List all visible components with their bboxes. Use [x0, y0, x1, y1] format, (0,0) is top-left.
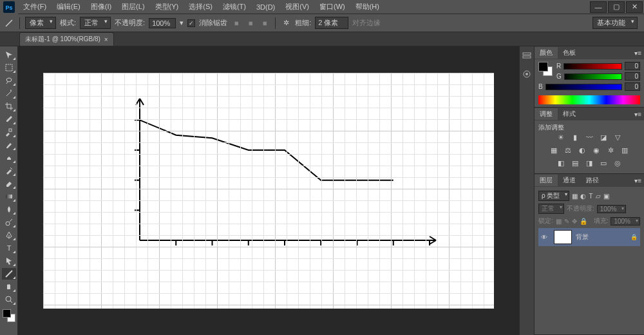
r-value[interactable]: 0 — [625, 62, 640, 70]
curves-icon[interactable]: 〰 — [584, 132, 594, 142]
menu-layer[interactable]: 图层(L) — [117, 0, 149, 14]
lock-transparent-icon[interactable]: ▦ — [556, 218, 562, 225]
pen-tool[interactable] — [2, 229, 16, 241]
g-value[interactable]: 0 — [625, 72, 640, 81]
filter-smart-icon[interactable]: ▣ — [603, 193, 609, 200]
lasso-tool[interactable] — [2, 75, 16, 86]
foreground-color-swatch[interactable] — [3, 309, 11, 318]
brightness-icon[interactable]: ☀ — [556, 132, 566, 142]
foreground-background-colors[interactable] — [3, 309, 15, 322]
canvas[interactable] — [43, 73, 494, 309]
weight-input[interactable]: 2 像素 — [315, 17, 348, 29]
align-left-icon[interactable]: ≡ — [231, 18, 242, 28]
vibrance-icon[interactable]: ▽ — [612, 132, 623, 142]
menu-view[interactable]: 视图(V) — [280, 0, 314, 14]
align-right-icon[interactable]: ≡ — [260, 18, 270, 28]
eraser-tool[interactable] — [2, 178, 16, 189]
fill-input[interactable]: 100% — [611, 217, 640, 225]
lookup-icon[interactable]: ▥ — [620, 145, 630, 155]
selective-color-icon[interactable]: ◎ — [612, 158, 623, 168]
color-spectrum[interactable] — [538, 95, 640, 104]
menu-type[interactable]: 类型(Y) — [150, 0, 184, 14]
filter-type-icon[interactable]: T — [589, 193, 592, 200]
photo-filter-icon[interactable]: ◉ — [591, 145, 601, 155]
menu-image[interactable]: 图像(I) — [86, 0, 117, 14]
b-value[interactable]: 0 — [625, 82, 640, 91]
maximize-button[interactable]: ▢ — [608, 1, 625, 13]
zoom-tool[interactable] — [2, 294, 16, 305]
opacity-input[interactable]: 100% — [149, 18, 176, 28]
antialias-checkbox[interactable]: ✓ — [187, 19, 195, 27]
menu-window[interactable]: 窗口(W) — [314, 0, 350, 14]
marquee-tool[interactable] — [2, 62, 16, 73]
invert-icon[interactable]: ◧ — [556, 158, 566, 168]
brush-tool[interactable] — [2, 139, 16, 151]
path-selection-tool[interactable] — [2, 255, 16, 267]
align-center-icon[interactable]: ≡ — [245, 18, 256, 28]
layer-row[interactable]: 👁 背景 🔒 — [538, 228, 640, 246]
unit-dropdown[interactable]: 像素 — [25, 17, 56, 29]
healing-brush-tool[interactable] — [2, 126, 16, 138]
history-panel-icon[interactable] — [521, 50, 533, 62]
line-shape-tool[interactable] — [2, 268, 16, 280]
gradient-tool[interactable] — [2, 191, 16, 202]
gear-icon[interactable]: ✲ — [281, 18, 291, 28]
crop-tool[interactable] — [2, 100, 16, 112]
tab-close-icon[interactable]: × — [104, 36, 108, 43]
tab-adjustments[interactable]: 调整 — [535, 108, 558, 120]
properties-panel-icon[interactable] — [521, 68, 533, 80]
color-swatch[interactable] — [538, 62, 553, 76]
layer-opacity-input[interactable]: 100% — [597, 205, 627, 213]
menu-edit[interactable]: 编辑(E) — [52, 0, 86, 14]
line-tool-icon[interactable] — [4, 18, 14, 28]
filter-shape-icon[interactable]: ▱ — [596, 193, 601, 200]
gradient-map-icon[interactable]: ▭ — [598, 158, 609, 168]
hand-tool[interactable] — [2, 281, 16, 292]
workspace-dropdown[interactable]: 基本功能 — [592, 17, 638, 29]
blur-tool[interactable] — [2, 204, 16, 215]
eyedropper-tool[interactable] — [2, 113, 16, 125]
clone-stamp-tool[interactable] — [2, 152, 16, 164]
document-tab[interactable]: 未标题-1 @ 100%(RGB/8) × — [19, 32, 114, 46]
posterize-icon[interactable]: ▤ — [570, 158, 580, 168]
menu-file[interactable]: 文件(F) — [18, 0, 52, 14]
panel-menu-icon[interactable]: ▾≡ — [632, 177, 644, 184]
tab-styles[interactable]: 样式 — [558, 108, 581, 120]
channel-mixer-icon[interactable]: ✲ — [605, 145, 616, 155]
filter-adjust-icon[interactable]: ◐ — [580, 193, 586, 200]
lock-position-icon[interactable]: ✥ — [572, 218, 577, 225]
balance-icon[interactable]: ⚖ — [563, 145, 573, 155]
layer-filter-dropdown[interactable]: ρ 类型 — [538, 191, 569, 201]
b-slider[interactable] — [545, 84, 622, 90]
magic-wand-tool[interactable] — [2, 88, 16, 99]
tab-color[interactable]: 颜色 — [535, 47, 558, 59]
blend-mode-dropdown[interactable]: 正常 — [538, 204, 564, 214]
close-button[interactable]: ✕ — [626, 1, 643, 13]
move-tool[interactable] — [2, 49, 16, 61]
bw-icon[interactable]: ◐ — [577, 145, 587, 155]
lock-pixels-icon[interactable]: ✎ — [564, 218, 569, 225]
type-tool[interactable]: T — [2, 242, 16, 254]
tab-swatches[interactable]: 色板 — [558, 47, 581, 59]
g-slider[interactable] — [564, 73, 622, 80]
lock-all-icon[interactable]: 🔒 — [580, 218, 587, 225]
levels-icon[interactable]: ▮ — [570, 132, 580, 142]
hue-icon[interactable]: ▦ — [549, 145, 559, 155]
filter-pixel-icon[interactable]: ▦ — [572, 193, 578, 200]
menu-help[interactable]: 帮助(H) — [350, 0, 384, 14]
panel-menu-icon[interactable]: ▾≡ — [632, 111, 644, 118]
r-slider[interactable] — [564, 63, 622, 70]
dodge-tool[interactable] — [2, 216, 16, 228]
history-brush-tool[interactable] — [2, 165, 16, 177]
panel-menu-icon[interactable]: ▾≡ — [632, 50, 644, 57]
exposure-icon[interactable]: ◪ — [598, 132, 609, 142]
minimize-button[interactable]: — — [590, 1, 607, 13]
visibility-icon[interactable]: 👁 — [541, 234, 550, 241]
tab-layers[interactable]: 图层 — [535, 175, 558, 186]
layer-thumbnail[interactable] — [554, 230, 572, 244]
tab-paths[interactable]: 路径 — [581, 175, 604, 186]
tab-channels[interactable]: 通道 — [558, 175, 581, 186]
menu-3d[interactable]: 3D(D) — [251, 0, 280, 14]
threshold-icon[interactable]: ◨ — [584, 158, 594, 168]
menu-select[interactable]: 选择(S) — [184, 0, 218, 14]
